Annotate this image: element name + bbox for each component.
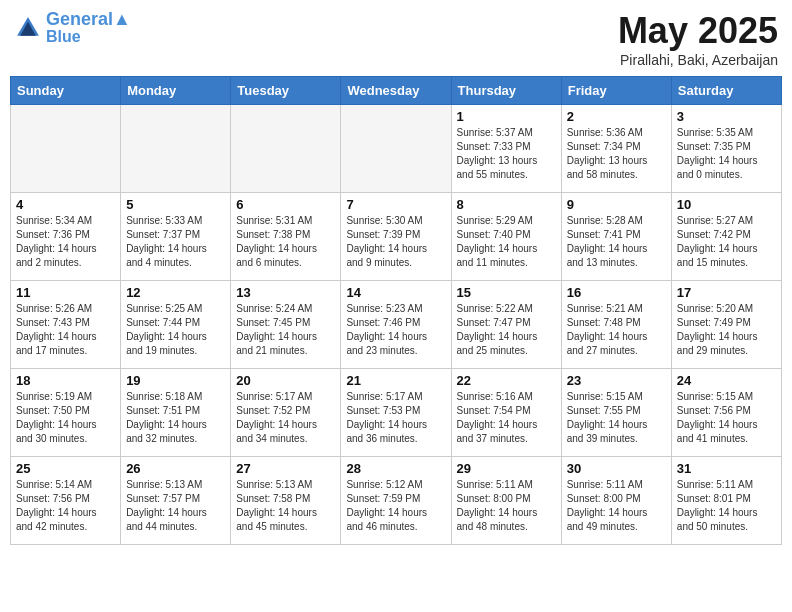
day-number: 5: [126, 197, 225, 212]
weekday-header-wednesday: Wednesday: [341, 77, 451, 105]
logo-blue: ▲: [113, 9, 131, 29]
day-number: 16: [567, 285, 666, 300]
week-row-3: 11Sunrise: 5:26 AMSunset: 7:43 PMDayligh…: [11, 281, 782, 369]
day-info: Sunrise: 5:17 AMSunset: 7:52 PMDaylight:…: [236, 390, 335, 446]
day-cell: [121, 105, 231, 193]
day-number: 11: [16, 285, 115, 300]
logo-line2: Blue: [46, 28, 131, 46]
week-row-1: 1Sunrise: 5:37 AMSunset: 7:33 PMDaylight…: [11, 105, 782, 193]
day-info: Sunrise: 5:15 AMSunset: 7:55 PMDaylight:…: [567, 390, 666, 446]
location: Pirallahi, Baki, Azerbaijan: [618, 52, 778, 68]
day-number: 26: [126, 461, 225, 476]
day-cell: 20Sunrise: 5:17 AMSunset: 7:52 PMDayligh…: [231, 369, 341, 457]
weekday-header-sunday: Sunday: [11, 77, 121, 105]
day-number: 20: [236, 373, 335, 388]
day-cell: 16Sunrise: 5:21 AMSunset: 7:48 PMDayligh…: [561, 281, 671, 369]
day-cell: 28Sunrise: 5:12 AMSunset: 7:59 PMDayligh…: [341, 457, 451, 545]
day-cell: [231, 105, 341, 193]
weekday-header-monday: Monday: [121, 77, 231, 105]
weekday-header-tuesday: Tuesday: [231, 77, 341, 105]
day-cell: 4Sunrise: 5:34 AMSunset: 7:36 PMDaylight…: [11, 193, 121, 281]
day-number: 31: [677, 461, 776, 476]
day-number: 8: [457, 197, 556, 212]
day-info: Sunrise: 5:26 AMSunset: 7:43 PMDaylight:…: [16, 302, 115, 358]
day-cell: 7Sunrise: 5:30 AMSunset: 7:39 PMDaylight…: [341, 193, 451, 281]
day-info: Sunrise: 5:14 AMSunset: 7:56 PMDaylight:…: [16, 478, 115, 534]
weekday-header-thursday: Thursday: [451, 77, 561, 105]
day-info: Sunrise: 5:11 AMSunset: 8:01 PMDaylight:…: [677, 478, 776, 534]
day-info: Sunrise: 5:35 AMSunset: 7:35 PMDaylight:…: [677, 126, 776, 182]
day-info: Sunrise: 5:31 AMSunset: 7:38 PMDaylight:…: [236, 214, 335, 270]
day-info: Sunrise: 5:30 AMSunset: 7:39 PMDaylight:…: [346, 214, 445, 270]
week-row-2: 4Sunrise: 5:34 AMSunset: 7:36 PMDaylight…: [11, 193, 782, 281]
weekday-header-row: SundayMondayTuesdayWednesdayThursdayFrid…: [11, 77, 782, 105]
day-number: 29: [457, 461, 556, 476]
day-cell: 19Sunrise: 5:18 AMSunset: 7:51 PMDayligh…: [121, 369, 231, 457]
day-cell: [11, 105, 121, 193]
day-number: 12: [126, 285, 225, 300]
day-cell: 24Sunrise: 5:15 AMSunset: 7:56 PMDayligh…: [671, 369, 781, 457]
day-info: Sunrise: 5:37 AMSunset: 7:33 PMDaylight:…: [457, 126, 556, 182]
day-cell: 25Sunrise: 5:14 AMSunset: 7:56 PMDayligh…: [11, 457, 121, 545]
day-cell: 17Sunrise: 5:20 AMSunset: 7:49 PMDayligh…: [671, 281, 781, 369]
day-number: 2: [567, 109, 666, 124]
day-cell: 11Sunrise: 5:26 AMSunset: 7:43 PMDayligh…: [11, 281, 121, 369]
weekday-header-saturday: Saturday: [671, 77, 781, 105]
day-info: Sunrise: 5:27 AMSunset: 7:42 PMDaylight:…: [677, 214, 776, 270]
month-title: May 2025: [618, 10, 778, 52]
day-info: Sunrise: 5:16 AMSunset: 7:54 PMDaylight:…: [457, 390, 556, 446]
week-row-4: 18Sunrise: 5:19 AMSunset: 7:50 PMDayligh…: [11, 369, 782, 457]
day-cell: 2Sunrise: 5:36 AMSunset: 7:34 PMDaylight…: [561, 105, 671, 193]
day-number: 6: [236, 197, 335, 212]
day-number: 19: [126, 373, 225, 388]
day-cell: 5Sunrise: 5:33 AMSunset: 7:37 PMDaylight…: [121, 193, 231, 281]
day-info: Sunrise: 5:23 AMSunset: 7:46 PMDaylight:…: [346, 302, 445, 358]
day-cell: 10Sunrise: 5:27 AMSunset: 7:42 PMDayligh…: [671, 193, 781, 281]
day-info: Sunrise: 5:17 AMSunset: 7:53 PMDaylight:…: [346, 390, 445, 446]
day-info: Sunrise: 5:29 AMSunset: 7:40 PMDaylight:…: [457, 214, 556, 270]
day-cell: 15Sunrise: 5:22 AMSunset: 7:47 PMDayligh…: [451, 281, 561, 369]
day-cell: 13Sunrise: 5:24 AMSunset: 7:45 PMDayligh…: [231, 281, 341, 369]
day-number: 17: [677, 285, 776, 300]
weekday-header-friday: Friday: [561, 77, 671, 105]
day-number: 1: [457, 109, 556, 124]
page-header: General▲ Blue May 2025 Pirallahi, Baki, …: [10, 10, 782, 68]
day-number: 9: [567, 197, 666, 212]
day-info: Sunrise: 5:21 AMSunset: 7:48 PMDaylight:…: [567, 302, 666, 358]
title-block: May 2025 Pirallahi, Baki, Azerbaijan: [618, 10, 778, 68]
day-info: Sunrise: 5:25 AMSunset: 7:44 PMDaylight:…: [126, 302, 225, 358]
day-info: Sunrise: 5:18 AMSunset: 7:51 PMDaylight:…: [126, 390, 225, 446]
day-cell: 31Sunrise: 5:11 AMSunset: 8:01 PMDayligh…: [671, 457, 781, 545]
day-cell: 27Sunrise: 5:13 AMSunset: 7:58 PMDayligh…: [231, 457, 341, 545]
day-number: 24: [677, 373, 776, 388]
day-number: 22: [457, 373, 556, 388]
day-cell: [341, 105, 451, 193]
day-cell: 1Sunrise: 5:37 AMSunset: 7:33 PMDaylight…: [451, 105, 561, 193]
day-cell: 23Sunrise: 5:15 AMSunset: 7:55 PMDayligh…: [561, 369, 671, 457]
day-cell: 18Sunrise: 5:19 AMSunset: 7:50 PMDayligh…: [11, 369, 121, 457]
day-info: Sunrise: 5:19 AMSunset: 7:50 PMDaylight:…: [16, 390, 115, 446]
day-cell: 30Sunrise: 5:11 AMSunset: 8:00 PMDayligh…: [561, 457, 671, 545]
day-number: 13: [236, 285, 335, 300]
day-info: Sunrise: 5:36 AMSunset: 7:34 PMDaylight:…: [567, 126, 666, 182]
day-cell: 12Sunrise: 5:25 AMSunset: 7:44 PMDayligh…: [121, 281, 231, 369]
calendar: SundayMondayTuesdayWednesdayThursdayFrid…: [10, 76, 782, 545]
day-number: 23: [567, 373, 666, 388]
week-row-5: 25Sunrise: 5:14 AMSunset: 7:56 PMDayligh…: [11, 457, 782, 545]
day-info: Sunrise: 5:13 AMSunset: 7:57 PMDaylight:…: [126, 478, 225, 534]
day-info: Sunrise: 5:11 AMSunset: 8:00 PMDaylight:…: [457, 478, 556, 534]
logo: General▲ Blue: [14, 10, 131, 45]
day-number: 21: [346, 373, 445, 388]
day-info: Sunrise: 5:34 AMSunset: 7:36 PMDaylight:…: [16, 214, 115, 270]
day-cell: 8Sunrise: 5:29 AMSunset: 7:40 PMDaylight…: [451, 193, 561, 281]
day-number: 28: [346, 461, 445, 476]
day-number: 10: [677, 197, 776, 212]
day-cell: 29Sunrise: 5:11 AMSunset: 8:00 PMDayligh…: [451, 457, 561, 545]
day-info: Sunrise: 5:33 AMSunset: 7:37 PMDaylight:…: [126, 214, 225, 270]
day-info: Sunrise: 5:24 AMSunset: 7:45 PMDaylight:…: [236, 302, 335, 358]
day-number: 14: [346, 285, 445, 300]
day-number: 3: [677, 109, 776, 124]
day-number: 30: [567, 461, 666, 476]
day-cell: 6Sunrise: 5:31 AMSunset: 7:38 PMDaylight…: [231, 193, 341, 281]
day-info: Sunrise: 5:11 AMSunset: 8:00 PMDaylight:…: [567, 478, 666, 534]
